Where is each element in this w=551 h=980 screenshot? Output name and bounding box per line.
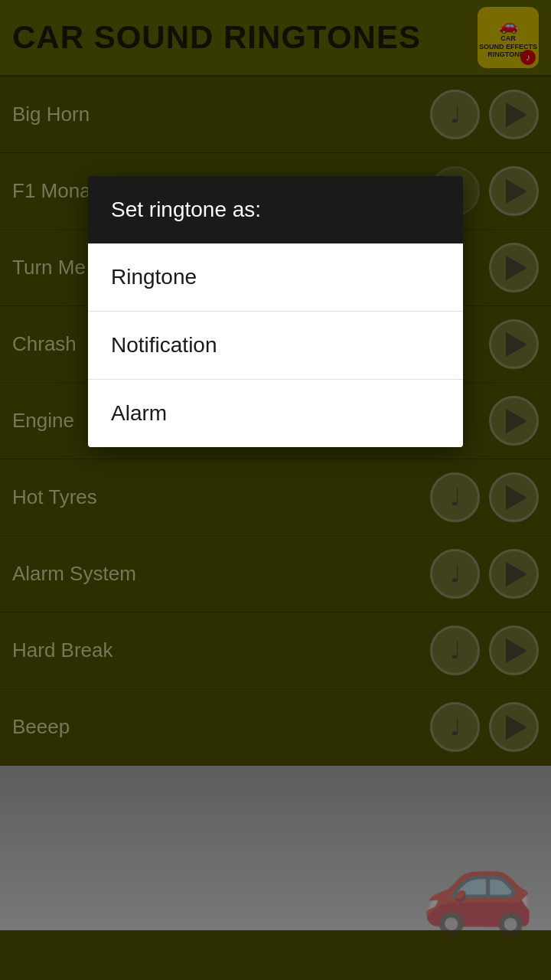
- modal-title: Set ringtone as:: [111, 198, 261, 221]
- set-ringtone-modal: Set ringtone as: Ringtone Notification A…: [88, 176, 463, 447]
- modal-overlay[interactable]: Set ringtone as: Ringtone Notification A…: [0, 0, 551, 980]
- ringtone-label: Ringtone: [111, 265, 197, 289]
- ringtone-option[interactable]: Ringtone: [88, 243, 463, 312]
- alarm-option[interactable]: Alarm: [88, 380, 463, 447]
- modal-header: Set ringtone as:: [88, 176, 463, 243]
- alarm-label: Alarm: [111, 401, 167, 426]
- notification-option[interactable]: Notification: [88, 312, 463, 380]
- modal-body: Ringtone Notification Alarm: [88, 243, 463, 447]
- notification-label: Notification: [111, 333, 217, 358]
